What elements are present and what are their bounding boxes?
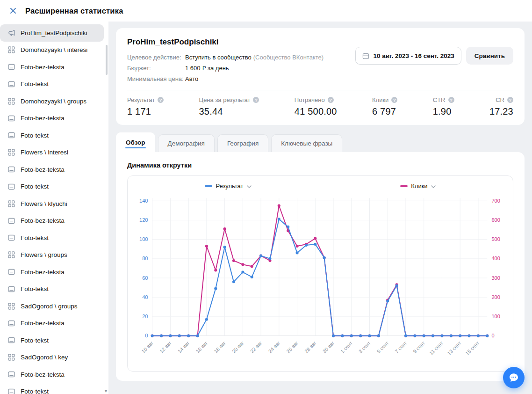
sidebar-item-label: ProHim_testPodpischiki [21,29,87,36]
question-circle-icon[interactable]: ? [328,97,334,103]
close-button[interactable] [8,6,18,16]
metric-value: 35.44 [199,106,259,117]
sidebar-item-label: Flowers \ klyuchi [21,200,67,207]
sidebar-item[interactable]: Foto-bez-teksta [0,366,104,383]
sidebar-item[interactable]: Foto-tekst [0,178,104,196]
tab-geography[interactable]: География [217,134,268,152]
svg-text:10 авг: 10 авг [140,340,154,354]
sidebar-item[interactable]: Flowers \ klyuchi [0,195,104,212]
sidebar-item-label: Domohozyayki \ groups [21,98,86,105]
date-range-label: 10 авг. 2023 - 16 сент. 2023 [374,52,454,59]
metric-value: 17.23 [489,106,513,117]
svg-text:120: 120 [139,217,148,223]
metric-value: 1 171 [127,106,164,117]
sidebar-item[interactable]: Foto-tekst [0,127,104,144]
banner-icon [7,286,15,292]
svg-text:40: 40 [142,294,148,300]
sidebar-item[interactable]: Foto-tekst [0,383,104,394]
chat-bubble-icon [508,372,519,383]
svg-text:13 сент: 13 сент [446,340,462,357]
chart-title: Динамика открутки [127,161,513,169]
metric-label-text: Клики [372,96,388,103]
banner-icon [7,166,15,173]
svg-text:18 авг: 18 авг [213,340,227,354]
sidebar-item[interactable]: Foto-tekst [0,332,104,349]
metric-label-text: CR [496,96,504,103]
metric-label-text: Результат [127,96,155,103]
grid-icon [7,354,15,361]
campaign-info-row: Минимальная цена:Авто [127,75,324,82]
sidebar-scrollbar[interactable] [106,45,108,75]
sidebar-item-label: Foto-bez-teksta [21,269,65,276]
sidebar-item[interactable]: Domohozyayki \ groups [0,93,104,110]
question-circle-icon[interactable]: ? [158,97,164,103]
chat-fab-button[interactable] [503,367,525,388]
sidebar-item-label: Foto-tekst [21,337,49,344]
tab-label: Обзор [126,139,145,146]
sidebar-item[interactable]: Foto-bez-teksta [0,212,104,230]
metric-value: 1.90 [433,106,454,117]
legend-item[interactable]: Клики [400,182,435,190]
sidebar-item[interactable]: Domohozyayki \ interesi [0,42,104,59]
sidebar-item[interactable]: Foto-bez-teksta [0,315,104,332]
sidebar-item-label: Foto-bez-teksta [21,320,65,327]
tab-label: География [227,140,259,147]
sidebar-item[interactable]: Foto-bez-teksta [0,58,104,76]
metric-value: 6 797 [372,106,397,117]
sidebar-item[interactable]: Flowers \ groups [0,247,104,264]
campaign-info: Целевое действие:Вступить в сообщество(С… [127,54,324,82]
sidebar-item[interactable]: Foto-tekst [0,76,104,93]
grid-icon [7,200,15,207]
info-value: 1 600 ₽ за день [185,65,229,72]
info-note: (Сообщество ВКонтакте) [253,54,324,61]
svg-text:300: 300 [491,275,500,281]
question-circle-icon[interactable]: ? [507,97,513,103]
close-icon [9,7,17,15]
sidebar-item-label: Foto-bez-teksta [21,166,65,173]
sidebar-item[interactable]: ProHim_testPodpischiki [0,24,104,42]
metric-label: CTR? [433,96,454,103]
metric-label-text: Цена за результат [199,96,251,103]
sidebar-item[interactable]: Foto-tekst [0,229,104,247]
calendar-icon [362,52,369,59]
svg-text:700: 700 [491,198,500,204]
svg-text:24 авг: 24 авг [267,340,281,354]
sidebar-scroll-down-icon[interactable]: ▾ [105,389,107,394]
svg-text:100: 100 [139,236,148,242]
sidebar-item[interactable]: Flowers \ interesi [0,144,104,161]
sidebar-item[interactable]: SadOgorod \ groups [0,298,104,315]
tab-overview[interactable]: Обзор [116,132,155,152]
date-range-picker[interactable]: 10 авг. 2023 - 16 сент. 2023 [355,47,461,65]
svg-text:100: 100 [491,314,500,319]
sidebar-item[interactable]: Foto-tekst [0,281,104,298]
legend-item[interactable]: Результат [205,182,251,190]
svg-text:200: 200 [491,294,500,300]
app-layout: ProHim_testPodpischikiDomohozyayki \ int… [0,22,532,394]
sidebar-item[interactable]: Foto-bez-teksta [0,263,104,281]
question-circle-icon[interactable]: ? [253,97,259,103]
question-circle-icon[interactable]: ? [448,97,454,103]
tab-demography[interactable]: Демография [158,134,215,152]
banner-icon [7,234,15,241]
grid-icon [7,149,15,156]
megaphone-icon [7,29,15,36]
compare-button[interactable]: Сравнить [466,47,513,65]
svg-text:1 сент: 1 сент [339,340,353,354]
tab-keyphrases[interactable]: Ключевые фразы [271,134,342,152]
svg-text:20: 20 [142,314,148,319]
page-title: Расширенная статистика [25,7,123,15]
sidebar-item[interactable]: SadOgorod \ key [0,349,104,366]
sidebar-item-label: Foto-bez-teksta [21,64,65,71]
svg-text:20 авг: 20 авг [231,340,245,354]
grid-icon [7,46,15,53]
chevron-down-icon [431,185,436,188]
sidebar-item[interactable]: Foto-bez-teksta [0,161,104,178]
metric-value: 41 500.00 [295,106,337,117]
metric-label: CR? [489,96,513,103]
sidebar-item[interactable]: Foto-bez-teksta [0,110,104,127]
sidebar-item-label: Foto-bez-teksta [21,371,65,378]
metric-label-text: Потрачено [295,96,325,103]
metric-label: Цена за результат? [199,96,259,103]
question-circle-icon[interactable]: ? [391,97,397,103]
metric-2: Потрачено?41 500.00 [295,96,337,117]
